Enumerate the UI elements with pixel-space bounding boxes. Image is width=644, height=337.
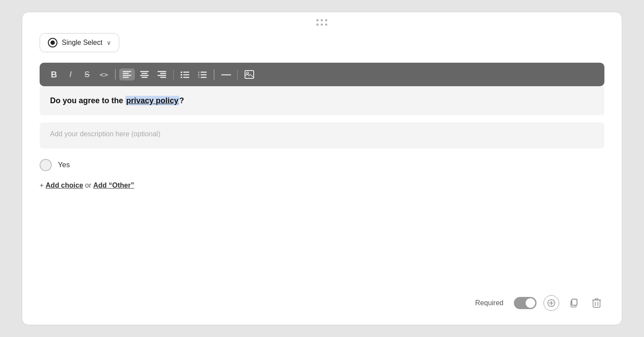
question-text-before: Do you agree to the (50, 96, 125, 105)
chevron-down-icon: ∨ (107, 39, 111, 46)
svg-rect-21 (201, 74, 207, 76)
add-choice-link[interactable]: Add choice (46, 182, 83, 189)
drag-handle[interactable] (316, 19, 328, 26)
description-placeholder: Add your description here (optional) (50, 130, 160, 138)
align-left-button[interactable] (119, 68, 135, 81)
toggle-knob (526, 298, 535, 308)
form-card: Single Select ∨ B I S <> (22, 12, 622, 325)
add-choice-row: + Add choice or Add “Other” (40, 182, 604, 189)
add-choice-prefix: + (40, 182, 46, 189)
add-choice-separator: or (83, 182, 93, 189)
bold-button[interactable]: B (47, 67, 61, 82)
required-label: Required (475, 299, 503, 307)
type-selector-label: Single Select (62, 39, 102, 47)
svg-rect-3 (123, 77, 129, 78)
italic-button[interactable]: I (63, 67, 78, 82)
toolbar-divider-4 (237, 69, 238, 80)
svg-point-12 (181, 71, 182, 73)
svg-text:3.: 3. (198, 76, 200, 78)
svg-rect-6 (140, 75, 149, 76)
svg-rect-13 (183, 72, 189, 73)
toolbar-divider-2 (173, 69, 174, 80)
image-button[interactable] (241, 67, 258, 81)
question-text-area[interactable]: Do you agree to the privacy policy? (40, 86, 604, 115)
delete-button[interactable] (589, 295, 604, 311)
toolbar-divider-1 (115, 69, 116, 80)
question-link[interactable]: privacy policy (125, 96, 179, 105)
svg-rect-2 (123, 75, 131, 76)
svg-rect-5 (141, 73, 148, 74)
drag-dot (321, 24, 323, 26)
align-right-button[interactable] (154, 68, 170, 81)
svg-rect-30 (572, 299, 577, 305)
option-radio-yes[interactable] (40, 159, 52, 171)
add-button[interactable] (543, 295, 559, 311)
strikethrough-button[interactable]: S (80, 67, 94, 82)
question-text-after: ? (179, 96, 184, 105)
svg-rect-4 (140, 71, 149, 72)
duplicate-button[interactable] (566, 295, 582, 311)
svg-rect-23 (201, 77, 207, 78)
ordered-list-button[interactable]: 1. 2. 3. (195, 68, 210, 81)
svg-point-14 (181, 74, 182, 76)
svg-rect-10 (158, 75, 166, 76)
unordered-list-button[interactable] (177, 68, 193, 81)
svg-rect-1 (123, 73, 129, 74)
add-other-link[interactable]: Add “Other” (93, 182, 134, 189)
option-label-yes: Yes (58, 161, 70, 169)
align-center-button[interactable] (137, 68, 152, 81)
svg-rect-8 (158, 71, 166, 72)
drag-dot (316, 24, 319, 26)
svg-rect-0 (123, 71, 131, 72)
svg-rect-7 (141, 77, 148, 78)
description-input[interactable]: Add your description here (optional) (40, 122, 604, 148)
horizontal-rule-button[interactable]: — (218, 66, 234, 83)
svg-rect-32 (593, 300, 600, 307)
svg-rect-17 (183, 77, 189, 78)
drag-dot (325, 19, 327, 21)
option-row: Yes (40, 159, 604, 171)
drag-dot (321, 19, 323, 21)
svg-rect-15 (183, 74, 189, 76)
drag-dot (316, 19, 319, 21)
svg-rect-9 (160, 73, 166, 74)
svg-rect-19 (201, 72, 207, 73)
required-toggle[interactable] (514, 297, 537, 309)
radio-icon (48, 38, 57, 47)
options-list: Yes (40, 159, 604, 171)
type-selector-button[interactable]: Single Select ∨ (40, 33, 119, 52)
svg-point-16 (181, 77, 182, 78)
footer-bar: Required (40, 281, 604, 311)
rich-text-toolbar: B I S <> (40, 63, 604, 86)
toolbar-divider-3 (214, 69, 215, 80)
code-button[interactable]: <> (96, 68, 111, 81)
svg-rect-11 (160, 77, 166, 78)
drag-dot (325, 24, 327, 26)
